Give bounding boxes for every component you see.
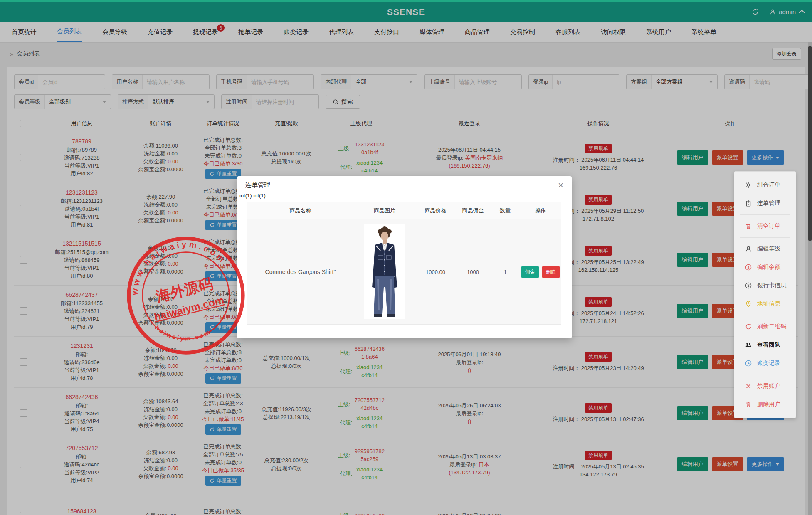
page-scrollbar[interactable] [808,42,812,515]
menu-item[interactable]: 编辑等级 [734,240,796,258]
modal-column-header: 数量 [491,207,520,214]
clipboard-icon [745,200,752,207]
menu-item[interactable]: 禁用账户 [734,377,796,395]
menu-item[interactable]: 银行卡信息 [734,276,796,295]
menu-item[interactable]: 编辑余额 [734,258,796,276]
yen-icon [745,264,752,271]
modal-column-header: 商品价格 [416,207,455,214]
menu-divider [740,237,790,238]
clock-icon [745,360,752,367]
product-image [364,224,405,319]
x-icon [745,383,752,389]
menu-item[interactable]: 刷新二维码 [734,318,796,336]
menu-divider [740,375,790,375]
refresh-icon [745,323,752,330]
modal-title: 连单管理 [245,181,270,189]
user-icon [745,246,752,252]
modal-column-header: 商品图片 [353,207,416,214]
product-qty: 1 [491,269,520,275]
pin-icon [745,301,752,307]
scrollbar-thumb[interactable] [808,46,812,241]
team-icon [745,342,752,348]
menu-item[interactable]: 查看团队 [734,336,796,354]
menu-item[interactable]: 连单管理 [734,194,796,212]
close-icon[interactable]: × [558,182,563,189]
commission-button[interactable]: 佣金 [521,266,539,278]
trash-icon [745,223,752,229]
modal-table-header: 商品名称商品图片商品价格商品佣金数量操作 [247,202,561,219]
debug-text: int(1) int(1) [237,192,572,202]
menu-item[interactable]: 删除用户 [734,395,796,414]
menu-item[interactable]: 账变记录 [734,354,796,372]
modal-column-header: 商品名称 [247,207,353,214]
gear-icon [745,182,752,188]
modal-product-table: 商品名称商品图片商品价格商品佣金数量操作 Comme des Garçons S… [247,202,561,325]
product-price: 1000.00 [416,269,455,275]
product-name: Comme des Garçons Shirt" [247,269,353,275]
delete-button[interactable]: 删除 [542,266,560,278]
menu-divider [740,315,790,315]
modal-column-header: 操作 [520,207,561,214]
more-actions-menu: 组合订单连单管理清空订单编辑等级编辑余额银行卡信息地址信息刷新二维码查看团队账变… [734,171,796,418]
chain-order-modal: 连单管理 × int(1) int(1) 商品名称商品图片商品价格商品佣金数量操… [237,176,572,338]
menu-item[interactable]: 地址信息 [734,295,796,313]
product-commission: 1000 [455,269,491,275]
modal-column-header: 商品佣金 [455,207,491,214]
menu-item[interactable]: 组合订单 [734,176,796,194]
menu-item[interactable]: 清空订单 [734,217,796,235]
trash-icon [745,401,752,408]
modal-product-row: Comme des Garçons Shirt" [247,219,561,325]
yen-icon [745,282,752,289]
menu-divider [740,214,790,215]
